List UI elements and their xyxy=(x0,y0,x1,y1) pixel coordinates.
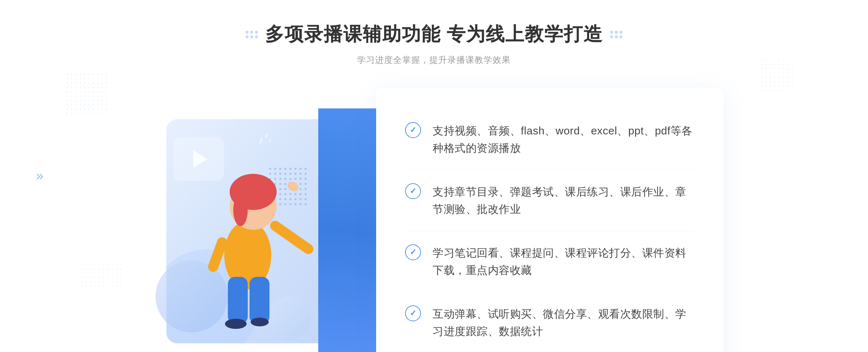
svg-rect-2 xyxy=(250,277,269,324)
dot xyxy=(255,31,258,34)
spark-decoration-2 xyxy=(265,133,267,138)
main-content: // Will be rendered via SVG below xyxy=(145,87,723,352)
dot xyxy=(615,35,618,38)
check-mark-4: ✓ xyxy=(410,309,416,317)
dot xyxy=(255,35,258,38)
feature-item-1: ✓ 支持视频、音频、flash、word、excel、ppt、pdf等各种格式的… xyxy=(405,109,694,170)
feature-text-3: 学习笔记回看、课程提问、课程评论打分、课件资料下载，重点内容收藏 xyxy=(433,244,694,279)
check-icon-1: ✓ xyxy=(405,122,421,138)
title-dots-left xyxy=(246,31,258,38)
check-mark-1: ✓ xyxy=(410,126,416,134)
dot xyxy=(610,35,613,38)
feature-item-3: ✓ 学习笔记回看、课程提问、课程评论打分、课件资料下载，重点内容收藏 xyxy=(405,231,694,292)
feature-text-4: 互动弹幕、试听购买、微信分享、观看次数限制、学习进度跟踪、数据统计 xyxy=(433,305,694,340)
chevron-left-decoration: » xyxy=(36,168,43,184)
feature-text-2: 支持章节目录、弹题考试、课后练习、课后作业、章节测验、批改作业 xyxy=(433,183,694,218)
svg-rect-8 xyxy=(268,219,315,256)
title-dots-right xyxy=(610,31,622,38)
dot xyxy=(620,35,622,38)
dot xyxy=(250,35,253,38)
dot xyxy=(610,31,613,34)
features-card: ✓ 支持视频、音频、flash、word、excel、ppt、pdf等各种格式的… xyxy=(376,87,723,352)
figure-illustration xyxy=(181,143,318,347)
main-title: 多项录播课辅助功能 专为线上教学打造 xyxy=(265,22,603,47)
header-section: 多项录播课辅助功能 专为线上教学打造 学习进度全掌握，提升录播课教学效果 xyxy=(246,22,622,66)
check-icon-4: ✓ xyxy=(405,305,421,321)
dot xyxy=(620,31,622,34)
dot xyxy=(250,31,253,34)
check-icon-3: ✓ xyxy=(405,244,421,260)
check-mark-3: ✓ xyxy=(410,248,416,256)
decorative-dots-right xyxy=(760,58,796,94)
dot xyxy=(615,31,618,34)
check-mark-2: ✓ xyxy=(410,187,416,195)
title-row: 多项录播课辅助功能 专为线上教学打造 xyxy=(246,22,622,47)
spark-decoration-3 xyxy=(269,139,271,142)
feature-text-1: 支持视频、音频、flash、word、excel、ppt、pdf等各种格式的资源… xyxy=(433,122,694,157)
check-icon-2: ✓ xyxy=(405,183,421,199)
svg-point-7 xyxy=(233,194,248,226)
dot xyxy=(246,35,248,38)
svg-point-3 xyxy=(225,319,247,329)
feature-item-4: ✓ 互动弹幕、试听购买、微信分享、观看次数限制、学习进度跟踪、数据统计 xyxy=(405,292,694,352)
feature-item-2: ✓ 支持章节目录、弹题考试、课后练习、课后作业、章节测验、批改作业 xyxy=(405,170,694,231)
svg-point-4 xyxy=(251,318,269,326)
svg-point-10 xyxy=(286,179,300,193)
decorative-dots-left xyxy=(65,72,109,116)
decorative-dots-bottom-left xyxy=(80,258,123,287)
svg-rect-1 xyxy=(228,277,248,324)
page-container: » 多项录播课辅助功能 专为线上教学打造 xyxy=(0,0,868,352)
dot xyxy=(246,31,248,34)
illustration-area: // Will be rendered via SVG below xyxy=(145,108,391,352)
subtitle: 学习进度全掌握，提升录播课教学效果 xyxy=(246,54,622,66)
